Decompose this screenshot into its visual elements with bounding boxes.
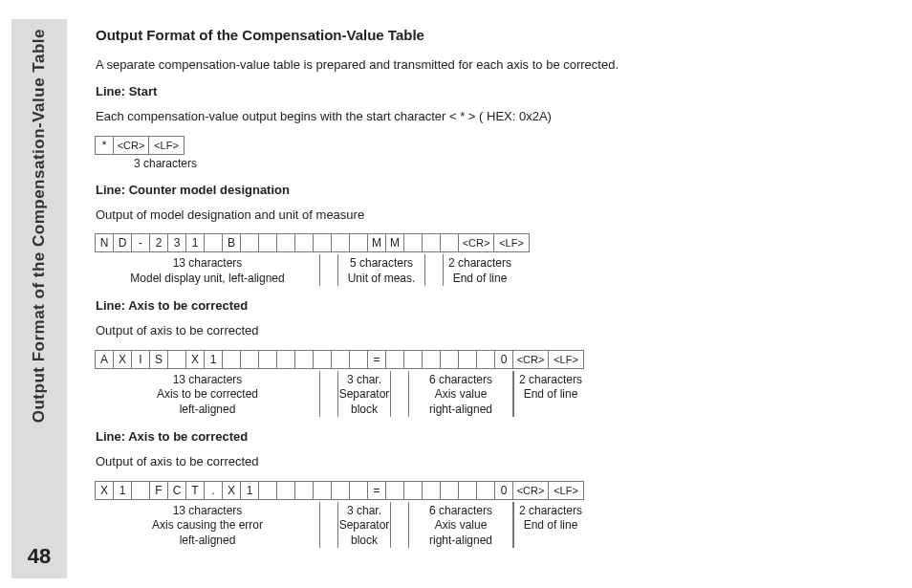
char-cell	[294, 233, 314, 252]
sidebar: Output Format of the Compensation-Value …	[11, 19, 67, 578]
char-cell: N	[95, 233, 114, 252]
char-cell	[422, 233, 441, 252]
page-content: Output Format of the Compensation-Value …	[96, 27, 883, 559]
line-axis1-annot: 13 charactersAxis to be correctedleft-al…	[96, 371, 883, 418]
char-cell	[313, 481, 332, 500]
char-cell	[331, 350, 350, 369]
char-cell: S	[149, 350, 168, 369]
page-number: 48	[28, 544, 51, 569]
char-cell: 1	[185, 233, 205, 252]
sidebar-title: Output Format of the Compensation-Value …	[30, 29, 49, 423]
char-cell: =	[367, 350, 386, 369]
char-cell: M	[385, 233, 404, 252]
line-model-heading: Line: Counter model designation	[96, 182, 883, 199]
char-cell	[294, 481, 314, 500]
line-start-heading: Line: Start	[96, 83, 883, 100]
char-cell	[476, 481, 495, 500]
annotation: 13 charactersModel display unit, left-al…	[96, 254, 320, 286]
char-cell	[476, 350, 495, 369]
char-cell	[331, 233, 350, 252]
control-cell: <LF>	[548, 481, 584, 500]
char-cell	[167, 350, 186, 369]
char-cell	[458, 481, 477, 500]
annotation	[391, 502, 408, 549]
line-start-cells: *<CR><LF>	[96, 136, 883, 155]
char-cell: B	[222, 233, 241, 252]
char-cell	[403, 481, 423, 500]
char-cell	[313, 350, 332, 369]
char-cell: =	[367, 481, 386, 500]
char-cell	[276, 481, 295, 500]
char-cell	[258, 350, 277, 369]
annotation: 6 charactersAxis valueright-aligned	[408, 371, 513, 418]
control-cell: <CR>	[458, 233, 494, 252]
annotation	[320, 254, 337, 286]
char-cell	[349, 350, 368, 369]
annotation: 2 charactersEnd of line	[513, 502, 587, 549]
char-cell: -	[131, 233, 150, 252]
char-cell: X	[222, 481, 241, 500]
char-cell: 3	[167, 233, 186, 252]
intro-text: A separate compensation-value table is p…	[96, 56, 883, 74]
char-cell	[422, 481, 441, 500]
char-cell	[403, 233, 423, 252]
line-axis2-desc: Output of axis to be corrected	[96, 453, 883, 470]
char-cell	[385, 481, 404, 500]
annotation: 3 char.Separatorblock	[337, 502, 391, 549]
line-axis2-heading: Line: Axis to be corrected	[96, 428, 883, 446]
char-cell	[349, 481, 368, 500]
line-model-cells: ND-231BMM<CR><LF>	[96, 233, 883, 252]
control-cell: <LF>	[148, 136, 185, 155]
char-cell	[258, 481, 277, 500]
control-cell: <CR>	[113, 136, 149, 155]
line-start-desc: Each compensation-value output begins wi…	[96, 108, 883, 125]
char-cell: 0	[494, 481, 513, 500]
char-cell	[331, 481, 350, 500]
char-cell: I	[131, 350, 150, 369]
char-cell	[385, 350, 404, 369]
line-axis1-heading: Line: Axis to be corrected	[96, 297, 883, 315]
char-cell	[422, 350, 441, 369]
char-cell	[276, 350, 295, 369]
annotation: 13 charactersAxis causing the errorleft-…	[96, 502, 320, 549]
char-cell: D	[113, 233, 132, 252]
char-cell: 1	[240, 481, 259, 500]
char-cell: M	[367, 233, 386, 252]
char-cell	[349, 233, 368, 252]
control-cell: <CR>	[512, 350, 549, 369]
char-cell: 2	[149, 233, 168, 252]
char-cell	[204, 233, 223, 252]
control-cell: <CR>	[512, 481, 549, 500]
page-title: Output Format of the Compensation-Value …	[96, 27, 883, 43]
char-cell	[458, 350, 477, 369]
annotation: 5 charactersUnit of meas.	[337, 254, 425, 286]
annotation	[320, 502, 337, 549]
annotation: 13 charactersAxis to be correctedleft-al…	[96, 371, 320, 418]
char-cell: .	[204, 481, 223, 500]
char-cell	[313, 233, 332, 252]
line-axis2-cells: X1FCT.X1=0<CR><LF>	[96, 481, 883, 500]
char-cell	[440, 350, 459, 369]
annotation	[425, 254, 443, 286]
char-cell	[240, 350, 259, 369]
line-model-desc: Output of model designation and unit of …	[96, 207, 883, 224]
annotation: 2 charactersEnd of line	[513, 371, 587, 418]
char-cell	[276, 233, 295, 252]
char-cell: T	[185, 481, 205, 500]
char-cell: X	[95, 481, 114, 500]
char-cell: X	[113, 350, 132, 369]
char-cell: X	[185, 350, 205, 369]
annotation	[391, 371, 408, 418]
char-cell: 1	[113, 481, 132, 500]
char-cell: A	[95, 350, 114, 369]
char-cell	[222, 350, 241, 369]
char-cell	[240, 233, 259, 252]
annotation: 2 charactersEnd of line	[443, 254, 516, 286]
annotation: 6 charactersAxis valueright-aligned	[408, 502, 513, 549]
line-start-note: 3 characters	[134, 157, 883, 170]
char-cell	[294, 350, 314, 369]
line-axis1-cells: AXISX1=0<CR><LF>	[96, 350, 883, 369]
char-cell: 0	[494, 350, 513, 369]
char-cell: C	[167, 481, 186, 500]
control-cell: <LF>	[493, 233, 530, 252]
